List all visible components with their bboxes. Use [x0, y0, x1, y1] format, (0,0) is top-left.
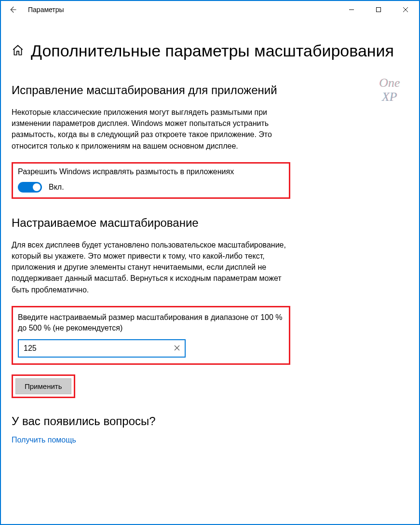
back-button[interactable]	[1, 1, 24, 18]
minimize-button[interactable]	[338, 1, 365, 18]
page-title: Дополнительные параметры масштабирования	[31, 41, 394, 60]
section-help: У вас появились вопросы? Получить помощь	[12, 414, 291, 444]
maximize-icon	[376, 7, 381, 13]
page-header: Дополнительные параметры масштабирования	[12, 41, 408, 60]
window-controls	[338, 1, 419, 18]
section-heading-fix: Исправление масштабирования для приложен…	[12, 83, 291, 97]
fix-blurry-toggle[interactable]	[18, 182, 42, 193]
apply-button[interactable]: Применить	[15, 378, 71, 394]
section-custom-scaling: Настраиваемое масштабирование Для всех д…	[12, 216, 291, 295]
custom-scaling-description: Для всех дисплеев будет установлено поль…	[12, 239, 291, 295]
close-button[interactable]	[392, 1, 419, 18]
highlight-toggle-box: Разрешить Windows исправлять размытость …	[12, 162, 290, 199]
toggle-state-label: Вкл.	[49, 183, 64, 192]
window-title: Параметры	[28, 6, 64, 14]
scale-input-wrapper	[18, 339, 186, 358]
scale-input-label: Введите настраиваемый размер масштабиров…	[18, 312, 284, 334]
maximize-button[interactable]	[365, 1, 392, 18]
clear-input-button[interactable]	[174, 344, 180, 353]
x-icon	[174, 345, 180, 351]
toggle-knob	[33, 183, 41, 191]
section-fix-scaling: Исправление масштабирования для приложен…	[12, 83, 291, 152]
close-icon	[403, 7, 408, 13]
titlebar: Параметры	[1, 1, 419, 18]
highlight-input-box: Введите настраиваемый размер масштабиров…	[12, 306, 290, 365]
watermark: One XP	[379, 76, 400, 104]
arrow-left-icon	[8, 5, 17, 14]
toggle-row: Вкл.	[18, 182, 284, 193]
settings-window: Параметры One XP Дополнительные параметр…	[0, 0, 420, 525]
svg-rect-1	[377, 8, 381, 12]
minimize-icon	[349, 7, 354, 13]
home-icon[interactable]	[12, 44, 24, 58]
section-heading-custom: Настраиваемое масштабирование	[12, 216, 291, 230]
get-help-link[interactable]: Получить помощь	[12, 436, 76, 444]
content-area: One XP Дополнительные параметры масштаби…	[1, 18, 419, 524]
fix-scaling-description: Некоторые классические приложения могут …	[12, 107, 291, 152]
toggle-label: Разрешить Windows исправлять размытость …	[18, 167, 284, 176]
scale-input[interactable]	[24, 344, 149, 353]
highlight-apply-box: Применить	[12, 374, 75, 398]
help-heading: У вас появились вопросы?	[12, 414, 291, 428]
